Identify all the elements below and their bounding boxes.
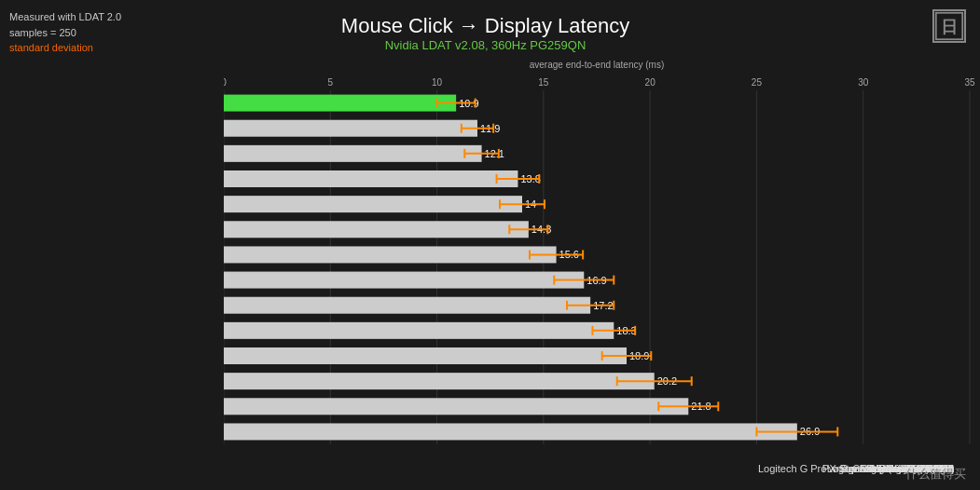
measurement-info: Measured with LDAT 2.0 samples = 250 sta… [9,9,121,56]
svg-rect-38 [224,196,522,212]
svg-text:日: 日 [941,18,958,36]
svg-text:15: 15 [538,77,549,88]
svg-rect-28 [224,145,482,162]
svg-text:20: 20 [645,77,656,88]
watermark: 什么值得买 [905,466,966,483]
svg-text:5: 5 [328,77,334,88]
logo-icon: 日 [932,9,966,43]
svg-rect-78 [224,398,688,415]
axis-label: average end-to-end latency (ms) [224,60,970,70]
svg-rect-63 [224,322,614,339]
chart-title-sub: Nvidia LDAT v2.08, 360Hz PG259QN [9,38,961,52]
svg-rect-33 [224,170,518,187]
svg-rect-83 [224,423,797,440]
svg-rect-18 [224,95,456,112]
svg-rect-43 [224,221,529,238]
svg-rect-58 [224,297,590,314]
chart-area: average end-to-end latency (ms) 05101520… [19,60,961,463]
chart-title-main: Mouse Click → Display Latency [9,14,961,38]
svg-rect-23 [224,120,477,137]
chart-svg: 0510152025303510.911.912.113.81414.315.6… [224,72,979,463]
std-dev-label: standard deviation [9,40,121,56]
svg-text:0: 0 [224,77,227,88]
chart-title: Mouse Click → Display Latency Nvidia LDA… [9,14,961,52]
measured-line1: Measured with LDAT 2.0 [9,9,121,25]
chart-container: Measured with LDAT 2.0 samples = 250 sta… [0,0,980,490]
app-logo: 日 [932,9,966,43]
measured-line2: samples = 250 [9,25,121,41]
svg-text:30: 30 [858,77,869,88]
svg-rect-53 [224,272,584,289]
svg-rect-48 [224,246,557,263]
svg-rect-73 [224,373,655,389]
svg-text:25: 25 [752,77,763,88]
svg-text:10: 10 [432,77,443,88]
svg-rect-68 [224,347,627,364]
watermark-text: 什么值得买 [905,467,966,481]
svg-text:35: 35 [964,77,975,88]
